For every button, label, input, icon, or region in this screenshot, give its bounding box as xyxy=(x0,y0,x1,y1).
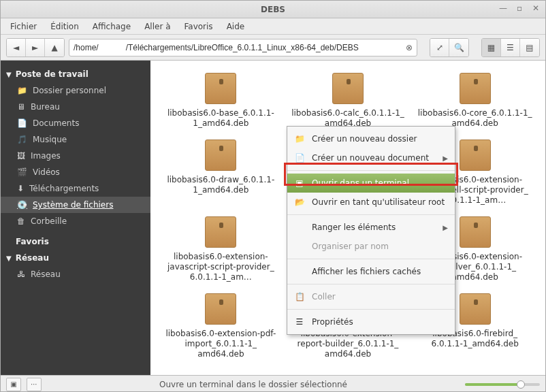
sidebar-item-music[interactable]: 🎵Musique xyxy=(1,131,150,148)
chevron-right-icon: ▶ xyxy=(443,224,448,231)
package-icon xyxy=(460,140,491,171)
menu-separator xyxy=(287,259,455,259)
sidebar-section-computer[interactable]: ▼ Poste de travail xyxy=(1,66,150,82)
file-label: libobasis6.0-​extension-​javascript-​scr… xyxy=(163,252,278,282)
toolbar: ◄ ► ▲ ⊗ ⤢ 🔍 ▦ ☰ ▤ xyxy=(1,35,545,61)
home-folder-icon: 📁 xyxy=(17,86,27,95)
file-label: libobasis6.0-​extension-​pdf-​import_​6.… xyxy=(163,329,278,359)
package-icon xyxy=(460,73,491,104)
cm-organize: Organiser par nom xyxy=(287,237,455,256)
status-left-button-2[interactable]: ⋯ xyxy=(27,378,42,391)
package-icon xyxy=(460,293,491,325)
sidebar-item-trash[interactable]: 🗑Corbeille xyxy=(1,213,150,229)
file-browser-content[interactable]: libobasis6.0-​base_​6.0.1.1-​1_​amd64.de… xyxy=(150,61,545,375)
context-menu: 📁 Créer un nouveau dossier 📄 Créer un no… xyxy=(287,126,455,335)
statusbar: ▣ ⋯ Ouvre un terminal dans le dossier sé… xyxy=(1,375,545,392)
file-item[interactable]: libobasis6.0-​base_​6.0.1.1-​1_​amd64.de… xyxy=(160,70,282,131)
sidebar-item-images[interactable]: 🖼Images xyxy=(1,148,150,164)
window-title: DEBS xyxy=(1,5,545,14)
videos-icon: 🎬 xyxy=(17,167,27,177)
cm-new-folder[interactable]: 📁 Créer un nouveau dossier xyxy=(287,129,455,148)
file-label: libobasis6.0-​draw_​6.0.1.1-​1_​amd64.de… xyxy=(163,175,278,195)
menu-separator xyxy=(287,309,455,310)
view-list-button[interactable]: ☰ xyxy=(501,39,520,56)
sidebar-item-documents[interactable]: 📄Documents xyxy=(1,115,150,131)
view-compact-button[interactable]: ▤ xyxy=(520,39,539,56)
file-item[interactable]: libobasis6.0-​core_​6.0.1.1-​1_​amd64.de… xyxy=(414,70,536,131)
sidebar: ▼ Poste de travail 📁Dossier personnel 🖥B… xyxy=(1,61,150,375)
chevron-right-icon: ▶ xyxy=(443,154,448,162)
menu-edit[interactable]: Édition xyxy=(45,20,84,33)
cm-arrange[interactable]: Ranger les éléments ▶ xyxy=(287,218,455,237)
menu-bookmarks[interactable]: Favoris xyxy=(179,20,219,33)
cm-open-terminal[interactable]: ▣ Ouvrir dans un terminal xyxy=(287,174,455,193)
sidebar-item-filesystem[interactable]: 💽Système de fichiers xyxy=(1,197,150,213)
document-plus-icon: 📄 xyxy=(294,153,305,163)
close-icon[interactable]: ✕ xyxy=(530,3,541,14)
cm-show-hidden[interactable]: Afficher les fichiers cachés xyxy=(287,262,455,281)
menu-file[interactable]: Fichier xyxy=(5,20,42,33)
root-folder-icon: 📂 xyxy=(294,197,305,207)
file-label: libobasis6.0-​base_​6.0.1.1-​1_​amd64.de… xyxy=(163,108,278,129)
toggle-path-button[interactable]: ⤢ xyxy=(430,39,449,56)
package-icon xyxy=(205,216,236,248)
status-left-button-1[interactable]: ▣ xyxy=(6,378,21,391)
properties-icon: ☰ xyxy=(294,317,305,327)
sidebar-item-downloads[interactable]: ⬇Téléchargements xyxy=(1,180,150,197)
path-input-container[interactable]: ⊗ xyxy=(69,39,417,56)
downloads-icon: ⬇ xyxy=(17,184,24,193)
minimize-icon[interactable]: — xyxy=(498,3,509,14)
forward-button[interactable]: ► xyxy=(26,39,45,56)
cm-new-document[interactable]: 📄 Créer un nouveau document ▶ xyxy=(287,148,455,167)
folder-plus-icon: 📁 xyxy=(294,134,305,144)
titlebar: DEBS — ▫ ✕ xyxy=(1,1,545,18)
images-icon: 🖼 xyxy=(17,151,25,161)
file-item[interactable]: libobasis6.0-​calc_​6.0.1.1-​1_​amd64.de… xyxy=(287,70,409,131)
chevron-down-icon: ▼ xyxy=(6,71,12,78)
maximize-icon[interactable]: ▫ xyxy=(514,3,525,14)
package-icon xyxy=(460,216,491,248)
drive-icon: 💽 xyxy=(17,200,27,210)
sidebar-item-desktop[interactable]: 🖥Bureau xyxy=(1,99,150,115)
menu-separator xyxy=(287,284,455,284)
menu-separator xyxy=(287,170,455,171)
package-icon xyxy=(205,293,236,325)
menu-separator xyxy=(287,214,455,215)
cm-paste: 📋 Coller xyxy=(287,287,455,306)
up-button[interactable]: ▲ xyxy=(45,39,64,56)
paste-icon: 📋 xyxy=(294,292,305,301)
sidebar-item-home[interactable]: 📁Dossier personnel xyxy=(1,82,150,99)
cm-properties[interactable]: ☰ Propriétés xyxy=(287,312,455,331)
path-input[interactable] xyxy=(74,43,402,52)
cm-open-root[interactable]: 📂 Ouvrir en tant qu'utilisateur root xyxy=(287,193,455,212)
network-icon: 🖧 xyxy=(17,270,25,279)
sidebar-item-videos[interactable]: 🎬Vidéos xyxy=(1,164,150,180)
chevron-down-icon: ▼ xyxy=(6,255,12,262)
search-button[interactable]: 🔍 xyxy=(449,39,468,56)
menubar: Fichier Édition Affichage Aller à Favori… xyxy=(1,18,545,35)
documents-icon: 📄 xyxy=(17,118,27,128)
sidebar-item-network[interactable]: 🖧Réseau xyxy=(1,266,150,282)
trash-icon: 🗑 xyxy=(17,216,25,226)
sidebar-section-favorites[interactable]: Favoris xyxy=(1,233,150,250)
package-icon xyxy=(205,73,236,104)
sidebar-section-network[interactable]: ▼ Réseau xyxy=(1,250,150,266)
status-text: Ouvre un terminal dans le dossier sélect… xyxy=(47,380,460,389)
file-item[interactable]: libobasis6.0-​extension-​javascript-​scr… xyxy=(160,214,282,285)
package-icon xyxy=(332,73,364,104)
file-item[interactable]: libobasis6.0-​draw_​6.0.1.1-​1_​amd64.de… xyxy=(160,137,282,208)
menu-go[interactable]: Aller à xyxy=(139,20,176,33)
clear-path-icon[interactable]: ⊗ xyxy=(406,43,413,52)
package-icon xyxy=(205,140,236,171)
menu-view[interactable]: Affichage xyxy=(87,20,136,33)
zoom-slider[interactable] xyxy=(465,383,540,386)
music-icon: 🎵 xyxy=(17,135,27,144)
terminal-icon: ▣ xyxy=(294,178,305,188)
back-button[interactable]: ◄ xyxy=(7,39,26,56)
menu-help[interactable]: Aide xyxy=(221,20,251,33)
file-item[interactable]: libobasis6.0-​extension-​pdf-​import_​6.… xyxy=(160,291,282,362)
view-icons-button[interactable]: ▦ xyxy=(482,39,501,56)
desktop-icon: 🖥 xyxy=(17,102,25,112)
